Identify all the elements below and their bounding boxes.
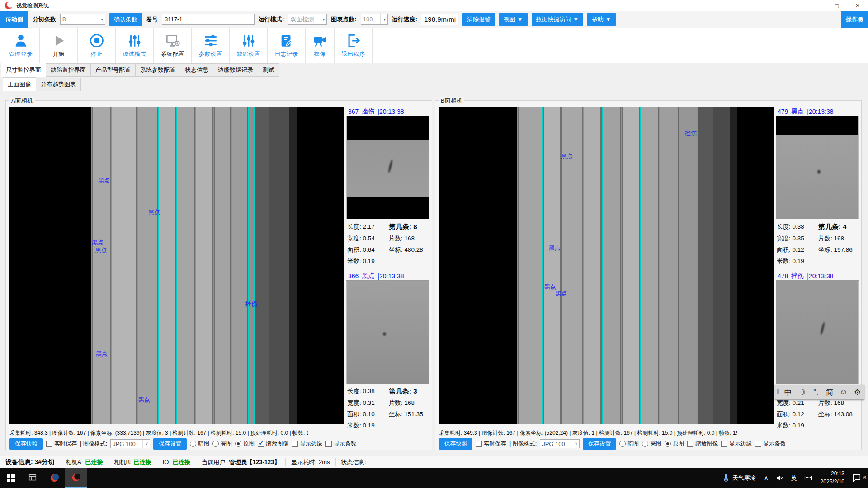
- input-language-indicator[interactable]: 英: [788, 474, 801, 482]
- tab-test[interactable]: 测试: [258, 63, 279, 77]
- tab-status-info[interactable]: 状态信息: [180, 63, 213, 77]
- image-format-select[interactable]: JPG 100˅: [110, 439, 150, 448]
- defect-label: 黑点: [96, 350, 108, 358]
- cut-line: [621, 107, 622, 424]
- realtime-save-checkbox[interactable]: 实时保存: [476, 440, 506, 448]
- zoom-image-checkbox[interactable]: 缩放图像: [687, 440, 718, 448]
- start-button[interactable]: [0, 468, 22, 488]
- cut-line: [213, 107, 214, 424]
- capture-image-button[interactable]: 提像: [306, 28, 335, 63]
- admin-login-button[interactable]: 管理登录: [2, 28, 40, 63]
- strip-count-select[interactable]: 8▾: [60, 14, 105, 25]
- bright-image-radio[interactable]: 亮图: [642, 440, 661, 448]
- camera-a-image[interactable]: 黑点黑点黑点黑点挫伤黑点黑点: [9, 107, 344, 424]
- data-quick-access-button[interactable]: 数据快捷访问 ▼: [532, 13, 583, 26]
- cut-line: [231, 107, 232, 424]
- view-menu-button[interactable]: 视图 ▼: [499, 13, 527, 26]
- app-logo-icon: [71, 473, 81, 483]
- show-count-checkbox[interactable]: 显示条数: [755, 440, 786, 448]
- original-image-radio[interactable]: 原图: [665, 440, 684, 448]
- show-edge-checkbox[interactable]: 显示边缘: [721, 440, 752, 448]
- close-button[interactable]: ✕: [847, 0, 868, 11]
- detection-header: 367 挫伤 |20:13:38: [346, 107, 429, 116]
- defect-label: 黑点: [92, 239, 104, 247]
- exit-program-button[interactable]: 退出程序: [335, 28, 373, 63]
- tray-overflow-chevron[interactable]: ∧: [760, 474, 772, 481]
- image-format-label: | 图像格式:: [80, 440, 107, 448]
- ime-punctuation-icon[interactable]: °,: [809, 388, 822, 397]
- task-view-button[interactable]: [22, 468, 43, 488]
- volume-muted-icon[interactable]: [772, 474, 788, 482]
- defect-settings-button[interactable]: 缺陷设置: [230, 28, 268, 63]
- run-mode-select[interactable]: 双面检测▾: [288, 14, 327, 25]
- camera-b-title: B面相机: [439, 97, 464, 105]
- confirm-count-button[interactable]: 确认条数: [109, 13, 142, 26]
- save-settings-button[interactable]: 保存设置: [153, 438, 187, 450]
- defect-mark: [820, 322, 825, 335]
- drag-handle-icon[interactable]: ‖: [775, 389, 781, 396]
- realtime-save-checkbox[interactable]: 实时保存: [46, 440, 77, 448]
- show-edge-checkbox[interactable]: 显示边缘: [292, 440, 322, 448]
- system-config-button[interactable]: 系统配置: [154, 28, 192, 63]
- ime-emoji-icon[interactable]: ☺: [837, 388, 850, 397]
- detection-card[interactable]: 366 黑点 |20:13:38 长度: 0.38 第几条: 3 宽度: 0.3…: [346, 272, 429, 430]
- tab-system-param-config[interactable]: 系统参数配置: [136, 63, 180, 77]
- detection-card[interactable]: 479 黑点 |20:13:38 长度: 0.38 第几条: 4 宽度: 0.3…: [776, 107, 859, 265]
- ime-settings-gear-icon[interactable]: ⚙: [851, 388, 864, 397]
- minimize-button[interactable]: —: [806, 0, 826, 11]
- show-count-checkbox[interactable]: 显示条数: [326, 440, 356, 448]
- start-button[interactable]: 开始: [40, 28, 78, 63]
- exit-icon: [346, 33, 361, 48]
- action-center-button[interactable]: 6: [849, 473, 868, 483]
- run-speed-label: 运行速度:: [392, 15, 417, 23]
- save-snapshot-button[interactable]: 保存快照: [9, 438, 43, 450]
- clear-alarm-button[interactable]: 清除报警: [462, 13, 495, 26]
- tab-edge-data-record[interactable]: 边缘数据记录: [213, 63, 258, 77]
- run-mode-label: 运行模式:: [259, 15, 284, 23]
- pinned-app-button[interactable]: [43, 468, 65, 488]
- app-window: 视觉检测系统 — ▢ ✕ 传动侧 分切条数 8▾ 确认条数 卷号 运行模式: 双…: [0, 0, 868, 468]
- camera-a-controls: 保存快照 实时保存 | 图像格式: JPG 100˅ 保存设置 暗图 亮图 原图…: [9, 438, 430, 449]
- tab-size-monitor[interactable]: 尺寸监控界面: [1, 63, 46, 77]
- stop-button[interactable]: 停止: [78, 28, 116, 63]
- subtab-front-image[interactable]: 正面图像: [3, 77, 36, 91]
- operate-side-button[interactable]: 操作侧: [841, 11, 868, 28]
- detection-card[interactable]: 367 挫伤 |20:13:38 长度: 2.17 第几条: 8 宽度: 0.5…: [346, 107, 429, 265]
- cut-line: [248, 107, 249, 424]
- defect-label: 黑点: [556, 290, 567, 298]
- parameter-settings-button[interactable]: 参数设置: [192, 28, 230, 63]
- weather-widget[interactable]: 天气寒冷: [717, 474, 760, 482]
- save-settings-button[interactable]: 保存设置: [583, 438, 616, 450]
- cut-line: [517, 107, 518, 424]
- running-app-button[interactable]: [65, 468, 87, 488]
- dark-image-radio[interactable]: 暗图: [619, 440, 639, 448]
- dark-image-radio[interactable]: 暗图: [190, 440, 209, 448]
- log-record-button[interactable]: 日志记录: [268, 28, 306, 63]
- drive-side-button[interactable]: 传动侧: [0, 11, 28, 28]
- taskbar-tray: 天气寒冷 ∧ 英 20:13 2025/2/10 6: [717, 468, 868, 488]
- touch-keyboard-icon[interactable]: [801, 474, 816, 482]
- tab-defect-monitor[interactable]: 缺陷监控界面: [46, 63, 91, 77]
- task-view-icon: [28, 473, 38, 483]
- ime-cn-en-toggle[interactable]: 中: [782, 387, 795, 398]
- ime-simplified-toggle[interactable]: 简: [823, 387, 836, 398]
- save-snapshot-button[interactable]: 保存快照: [439, 438, 472, 450]
- camera-b-image[interactable]: 挫伤黑点黑点黑点黑点: [439, 107, 774, 424]
- image-format-select[interactable]: JPG 100˅: [540, 439, 580, 448]
- original-image-radio[interactable]: 原图: [235, 440, 255, 448]
- window-title: 视觉检测系统: [16, 2, 49, 9]
- chart-points-select[interactable]: 100▾: [361, 14, 388, 25]
- taskbar-clock[interactable]: 20:13 2025/2/10: [816, 470, 849, 486]
- help-menu-button[interactable]: 帮助 ▼: [587, 13, 615, 26]
- subtab-distribution-chart[interactable]: 分布趋势图表: [36, 78, 81, 91]
- detection-card[interactable]: 478 挫伤 |20:13:38 长度: 0.57 第几条: 3 宽度: 0.2…: [776, 272, 859, 430]
- maximize-button[interactable]: ▢: [826, 0, 847, 11]
- zoom-image-checkbox[interactable]: 缩放图像: [258, 440, 288, 448]
- ime-fullwidth-icon[interactable]: ☽: [796, 388, 809, 397]
- defect-thumbnail: [776, 281, 859, 384]
- roll-number-input[interactable]: [162, 14, 255, 25]
- tab-product-model-config[interactable]: 产品型号配置: [91, 63, 136, 77]
- bright-image-radio[interactable]: 亮图: [212, 440, 232, 448]
- defect-mark: [383, 332, 386, 336]
- debug-mode-button[interactable]: 调试模式: [116, 28, 154, 63]
